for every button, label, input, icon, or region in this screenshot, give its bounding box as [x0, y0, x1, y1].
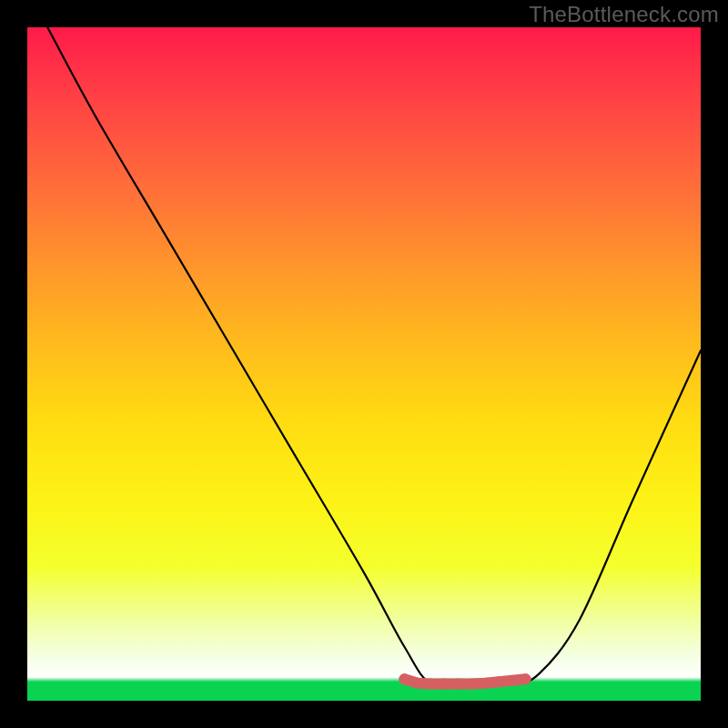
optimal-marker — [480, 678, 490, 689]
optimal-marker — [426, 679, 437, 690]
watermark-text: TheBottleneck.com — [529, 2, 719, 27]
optimal-marker — [440, 679, 450, 690]
chart-frame: TheBottleneck.com — [0, 0, 728, 728]
optimal-marker — [493, 676, 504, 687]
bottleneck-curve-svg — [27, 27, 701, 701]
optimal-marker — [466, 679, 477, 690]
optimal-marker — [507, 675, 518, 686]
optimal-marker — [453, 679, 464, 690]
bottleneck-curve-path — [47, 27, 701, 687]
plot-area — [27, 27, 701, 701]
optimal-marker — [412, 678, 423, 689]
optimal-marker — [521, 673, 531, 684]
optimal-marker — [399, 673, 410, 684]
optimal-markers-group — [399, 673, 531, 689]
